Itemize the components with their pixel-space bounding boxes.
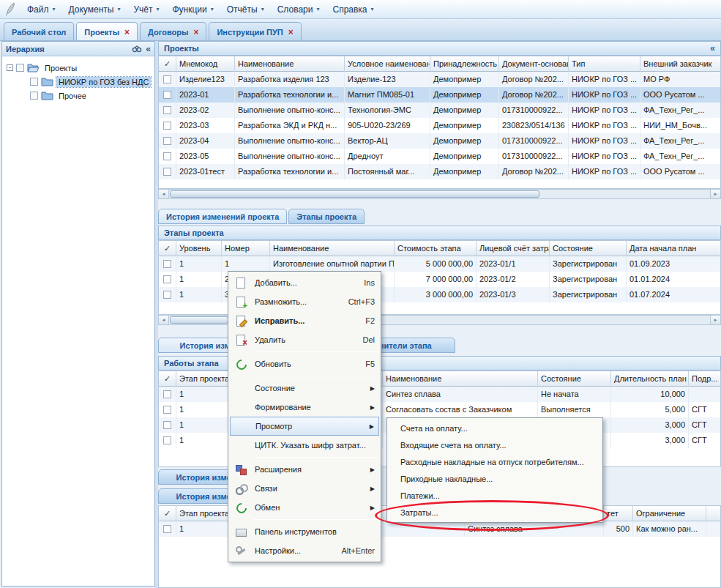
submenu-item[interactable]: Счета на оплату... [389,420,601,436]
tree-expander-icon[interactable]: - [7,64,13,71]
table-row[interactable]: 2023-04Выполнение опытно-конс...Вектор-А… [159,133,720,149]
column-header[interactable]: тет [604,506,633,521]
scroll-left-icon[interactable]: ◂ [159,316,169,324]
menubar-item[interactable]: Функции▾ [165,2,220,17]
section-tab[interactable]: История изменений проекта [158,209,287,224]
scroll-right-icon[interactable]: ▸ [710,190,720,198]
menubar-item[interactable]: Словари▾ [271,2,326,17]
document-tab[interactable]: Рабочий стол [4,22,74,40]
context-menu-item[interactable]: Состояние▶ [230,379,379,398]
context-menu-item[interactable]: Добавить...Ins [230,273,379,292]
submenu-item[interactable]: Платежи... [389,487,601,504]
document-tab[interactable]: Инструкции ПУП× [209,22,301,40]
tree-item-niokr[interactable]: НИОКР по ГОЗ без НДС [4,75,153,89]
tab-close-icon[interactable]: × [288,29,294,36]
column-header[interactable]: Внешний заказчик [640,56,721,72]
table-row[interactable]: 2023-01Разработка технологии и...Магнит … [159,87,720,103]
row-checkbox[interactable] [163,390,171,398]
scroll-right-icon[interactable]: ▸ [710,316,720,324]
column-header[interactable]: Наименование [235,56,345,72]
column-header[interactable]: Уровень [176,241,222,256]
menubar-item[interactable]: Файл▾ [20,2,62,17]
row-checkbox[interactable] [163,122,171,130]
row-checkbox[interactable] [163,421,171,429]
row-checkbox[interactable] [163,75,171,83]
column-header[interactable]: ✓ [159,506,176,521]
tree-checkbox[interactable] [30,78,38,86]
column-header[interactable]: Длительность план ▼ [611,371,689,387]
row-checkbox[interactable] [163,168,171,176]
row-checkbox[interactable] [163,152,171,160]
table-row[interactable]: 11Изготовление опытной партии ПМ0...5 00… [159,256,720,272]
table-row[interactable]: Изделие123Разработка изделия 123Изделие-… [159,72,720,87]
menubar-item[interactable]: Отчёты▾ [220,2,271,17]
column-header[interactable]: Тип [569,56,640,72]
column-header[interactable]: Принадлежность [430,56,499,72]
context-menu-item[interactable]: Расширения▶ [230,460,379,479]
menubar-item[interactable]: Справка▾ [326,2,380,17]
column-header[interactable]: Номер [222,241,270,256]
table-row[interactable]: 2023-03Разработка ЭКД и РКД н...905-U020… [159,118,720,133]
table-row[interactable]: 2023-01тестРазработка технологии и...Пос… [159,164,720,179]
context-menu-item[interactable]: Размножить...Ctrl+F3 [230,292,379,311]
column-header[interactable]: Дата начала план [627,241,721,256]
menubar-item[interactable]: Учёт▾ [127,2,165,17]
column-header[interactable]: Документ-основан [499,56,569,72]
submenu-item[interactable]: Затраты... [389,504,601,521]
tree-item-projects[interactable]: - Проекты [4,61,153,75]
column-header[interactable]: Наименование [383,371,538,387]
column-header[interactable]: Этап проекта [176,371,229,387]
context-menu-item[interactable]: Просмотр▶ [230,417,379,436]
tab-close-icon[interactable]: × [124,29,130,36]
context-menu-item[interactable]: ОбновитьF5 [230,354,379,373]
column-header[interactable]: ✓ [159,56,176,72]
row-checkbox[interactable] [163,406,171,414]
table-row[interactable]: 2023-05Выполнение опытно-конс...Дредноут… [159,149,720,164]
row-checkbox[interactable] [163,91,171,99]
column-header[interactable]: Мнемокод [176,56,235,72]
submenu-item[interactable]: Расходные накладные на отпуск потребител… [389,453,601,470]
scroll-thumb[interactable] [170,316,228,324]
column-header[interactable]: Подр... [689,371,721,387]
tree-checkbox[interactable] [16,64,24,72]
column-header[interactable]: ✓ [159,241,176,256]
context-menu-item[interactable]: Обмен▶ [230,498,379,517]
collapse-sidebar-icon[interactable]: « [146,45,151,53]
context-menu-item[interactable]: УдалитьDel [230,330,379,349]
column-header[interactable]: Стоимость этапа [395,241,477,256]
submenu-item[interactable]: Входящие счета на оплату... [389,436,601,453]
context-menu-item[interactable]: Панель инструментов [230,522,379,541]
context-menu-item[interactable]: ЦИТК. Указать шифр затрат... [230,436,379,455]
scroll-thumb[interactable] [170,190,539,198]
context-menu-item[interactable]: Связи▶ [230,479,379,498]
tab-close-icon[interactable]: × [193,29,198,36]
column-header[interactable]: Состояние [550,241,627,256]
submenu-item[interactable]: Приходные накладные... [389,470,601,487]
column-header[interactable]: Состояние [538,371,611,387]
column-header[interactable]: Ограничение [633,506,706,521]
document-tab[interactable]: Проекты× [76,22,138,40]
row-checkbox[interactable] [163,525,171,533]
tree-checkbox[interactable] [30,92,38,100]
column-header[interactable]: Этап проекта [176,506,229,521]
tree-item-prochee[interactable]: Прочее [4,89,153,103]
column-header[interactable]: Условное наименован [345,56,430,72]
context-menu-item[interactable]: Формирование▶ [230,398,379,417]
table-row[interactable]: 2023-02Выполнение опытно-конс...Технолог… [159,103,720,118]
row-checkbox[interactable] [163,260,171,268]
context-menu-item[interactable]: Исправить...F2 [230,311,379,330]
column-header[interactable]: Лицевой счёт затрат. [477,241,550,256]
row-checkbox[interactable] [163,275,171,283]
section-tab[interactable]: Этапы проекта [288,209,365,224]
row-checkbox[interactable] [163,436,171,444]
row-checkbox[interactable] [163,137,171,145]
binoculars-icon[interactable] [132,45,142,53]
document-tab[interactable]: Договоры× [140,22,206,40]
context-menu-item[interactable]: Настройки...Alt+Enter [230,541,379,560]
column-header[interactable]: Наименование [270,241,395,256]
row-checkbox[interactable] [163,291,171,299]
row-checkbox[interactable] [163,106,171,114]
column-header[interactable]: ✓ [159,371,176,387]
collapse-panel-icon[interactable]: « [710,45,715,52]
menubar-item[interactable]: Документы▾ [62,2,127,17]
